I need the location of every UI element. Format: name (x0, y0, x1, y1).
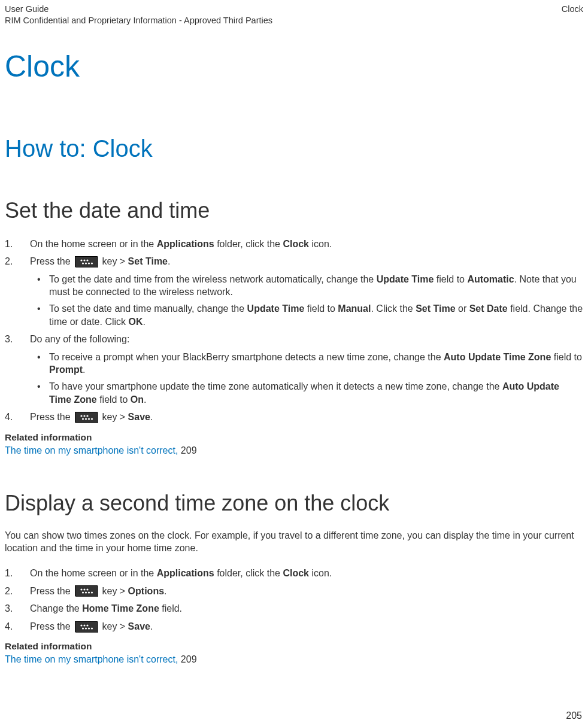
header-guide-title: User Guide (5, 4, 272, 15)
text: folder, click the (214, 239, 283, 249)
bold-text: Home Time Zone (82, 603, 159, 613)
related-heading: Related information (5, 432, 583, 443)
text: . (143, 317, 145, 327)
svg-point-14 (88, 418, 90, 420)
related-link-line: The time on my smartphone isn't correct,… (5, 445, 583, 456)
text: field. (159, 603, 182, 613)
bold-text: On (131, 394, 144, 405)
bold-text: Manual (338, 303, 371, 314)
bold-text: Save (128, 621, 150, 631)
svg-point-1 (80, 259, 82, 261)
text: To have your smartphone update the time … (49, 381, 502, 391)
bold-text: Clock (283, 239, 309, 249)
text: key > (99, 621, 128, 631)
bold-text: Clock (283, 568, 309, 578)
related-page: 209 (181, 445, 197, 455)
menu-key-icon (75, 621, 98, 632)
text: To receive a prompt when your BlackBerry… (49, 352, 444, 362)
svg-point-19 (86, 589, 88, 591)
bold-text: Update Time (247, 303, 305, 314)
bold-text: Applications (157, 239, 214, 249)
svg-point-2 (83, 259, 85, 261)
chapter-title: Clock (5, 49, 583, 84)
bold-text: Update Time (377, 274, 434, 284)
text: To get the date and time from the wirele… (49, 274, 377, 284)
svg-point-20 (82, 592, 84, 594)
bold-text: Set Date (469, 303, 508, 314)
text: . (83, 364, 85, 375)
text: key > (99, 586, 128, 596)
menu-key-icon (75, 256, 98, 267)
sub-bullets: To get the date and time from the wirele… (30, 273, 583, 328)
svg-rect-16 (75, 586, 98, 597)
step-item: Press the key > Save. (5, 411, 583, 424)
related-link-line: The time on my smartphone isn't correct,… (5, 654, 583, 665)
svg-point-5 (85, 262, 87, 264)
header-left: User Guide RIM Confidential and Propriet… (5, 4, 272, 26)
svg-point-3 (86, 259, 88, 261)
text: Change the (30, 603, 82, 613)
related-information: Related information The time on my smart… (5, 432, 583, 456)
svg-point-31 (91, 627, 93, 629)
bold-text: Set Time (416, 303, 455, 314)
svg-rect-8 (75, 412, 98, 423)
svg-point-30 (88, 627, 90, 629)
step-item: Do any of the following: To receive a pr… (5, 333, 583, 406)
text: To set the date and time manually, chang… (49, 303, 247, 314)
bullet-item: To receive a prompt when your BlackBerry… (30, 351, 583, 376)
step-item: Press the key > Options. (5, 585, 583, 598)
steps-list-2: On the home screen or in the Application… (5, 567, 583, 633)
section-heading: How to: Clock (5, 135, 583, 162)
svg-point-13 (85, 418, 87, 420)
svg-point-10 (83, 415, 85, 417)
svg-point-12 (82, 418, 84, 420)
text: key > (99, 256, 128, 266)
text: On the home screen or in the (30, 239, 157, 249)
svg-rect-0 (75, 257, 98, 268)
step-item: Press the key > Save. (5, 620, 583, 633)
related-link[interactable]: The time on my smartphone isn't correct, (5, 654, 181, 664)
steps-list-1: On the home screen or in the Application… (5, 238, 583, 424)
svg-point-26 (83, 624, 85, 626)
bold-text: Prompt (49, 364, 83, 375)
subsection-heading: Display a second time zone on the clock (5, 491, 583, 516)
subsection-heading: Set the date and time (5, 198, 583, 223)
bullet-item: To get the date and time from the wirele… (30, 273, 583, 299)
page-number: 205 (566, 710, 582, 721)
svg-point-29 (85, 627, 87, 629)
step-item: Press the key > Set Time. To get the dat… (5, 255, 583, 328)
related-heading: Related information (5, 641, 583, 652)
related-page: 209 (181, 654, 197, 664)
svg-rect-24 (75, 622, 98, 633)
text: . (150, 412, 153, 422)
svg-point-23 (91, 592, 93, 594)
svg-point-22 (88, 592, 90, 594)
header-confidential: RIM Confidential and Proprietary Informa… (5, 15, 272, 26)
svg-point-6 (88, 262, 90, 264)
text: On the home screen or in the (30, 568, 157, 578)
svg-point-7 (91, 262, 93, 264)
related-information: Related information The time on my smart… (5, 641, 583, 665)
text: . Click the (371, 303, 416, 314)
text: Press the (30, 621, 73, 631)
text: icon. (309, 239, 332, 249)
bold-text: Auto Update Time Zone (444, 352, 551, 362)
bold-text: Options (128, 586, 164, 596)
intro-paragraph: You can show two times zones on the cloc… (5, 529, 583, 555)
text: Press the (30, 412, 73, 422)
text: field to (97, 394, 131, 405)
svg-point-28 (82, 627, 84, 629)
sub-bullets: To receive a prompt when your BlackBerry… (30, 351, 583, 406)
svg-point-15 (91, 418, 93, 420)
bold-text: Applications (157, 568, 214, 578)
text: . (168, 256, 170, 266)
bullet-item: To have your smartphone update the time … (30, 380, 583, 406)
page-header: User Guide RIM Confidential and Propriet… (5, 4, 583, 26)
bullet-item: To set the date and time manually, chang… (30, 302, 583, 328)
related-link[interactable]: The time on my smartphone isn't correct, (5, 445, 181, 455)
text: Do any of the following: (30, 334, 129, 344)
svg-point-11 (86, 415, 88, 417)
text: . (164, 586, 166, 596)
svg-point-17 (80, 589, 82, 591)
bold-text: OK (128, 317, 143, 327)
